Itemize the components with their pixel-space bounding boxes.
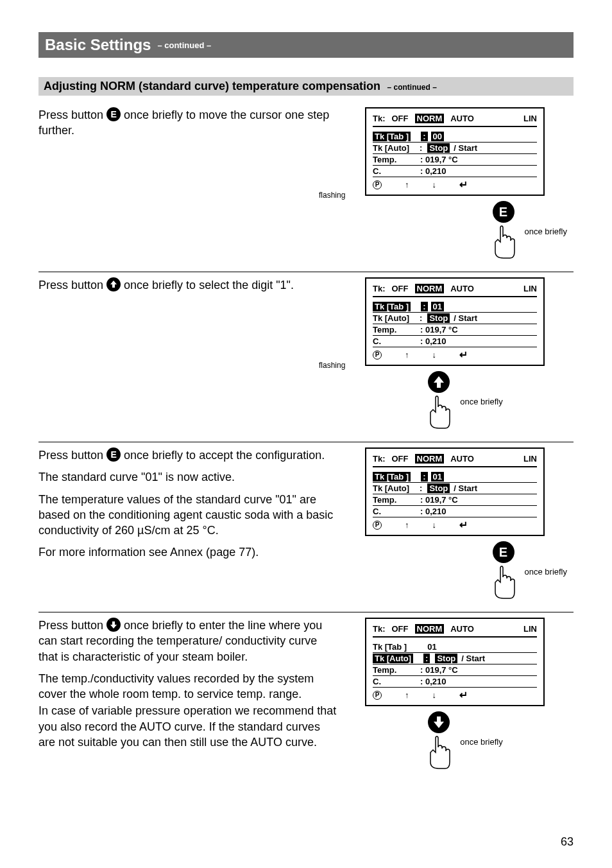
- lcd-tk-tab-row: Tk [Tab ]01: [373, 641, 537, 653]
- arrow-up-icon: [405, 180, 409, 189]
- lcd-tk-auto-row: Tk [Auto]:Stop/ Start: [373, 483, 537, 494]
- e-button-icon: E: [106, 107, 121, 121]
- lcd-display: Tk: OFF NORM AUTO LIN Tk [Tab ]:00 Tk [A…: [365, 107, 545, 196]
- instruction-step: Press button E once briefly to accept th…: [38, 442, 574, 612]
- e-button-icon: E: [106, 447, 121, 462]
- once-briefly-label: once briefly: [525, 567, 567, 577]
- lcd-c-row: C.: 0,210: [373, 336, 537, 347]
- press-gesture: once briefly: [352, 711, 574, 772]
- section-subtitle: Adjusting NORM (standard curve) temperat…: [44, 80, 380, 92]
- step-extra-text: In case of variable pressure operation w…: [38, 703, 339, 750]
- instruction-step: Press button E once briefly to move the …: [38, 102, 574, 272]
- lcd-temp-row: Temp.: 019,7 °C: [373, 154, 537, 166]
- arrow-down-icon: [432, 350, 437, 360]
- lcd-temp-row: Temp.: 019,7 °C: [373, 324, 537, 336]
- step-illustration: flashing Tk: OFF NORM AUTO LIN Tk [Tab ]…: [352, 277, 574, 431]
- p-icon: P: [373, 521, 382, 530]
- section-subtitle-continued: – continued –: [387, 83, 437, 92]
- step-text: Press button E once briefly to accept th…: [38, 447, 339, 567]
- lcd-tk-tab-row: Tk [Tab ]:00: [373, 131, 537, 143]
- step-extra-text: For more information see Annex (page 77)…: [38, 544, 339, 560]
- step-text: Press button once briefly to enter the l…: [38, 618, 339, 751]
- once-briefly-label: once briefly: [460, 737, 502, 747]
- enter-icon: [459, 689, 468, 701]
- arrow-down-icon: [432, 180, 437, 189]
- instruction-step: Press button once briefly to enter the l…: [38, 612, 574, 782]
- hand-icon: [488, 563, 520, 602]
- page-title-continued: – continued –: [157, 40, 211, 50]
- press-gesture: E once briefly: [352, 201, 574, 261]
- e-button: E: [493, 541, 514, 563]
- arrow-down-icon: [432, 690, 437, 700]
- up-button-icon: [106, 277, 121, 291]
- hand-icon: [423, 393, 455, 431]
- press-gesture: once briefly: [352, 371, 574, 431]
- lcd-c-row: C.: 0,210: [373, 166, 537, 177]
- arrow-up-icon: [405, 690, 409, 700]
- up-button: [428, 371, 450, 393]
- hand-icon: [488, 223, 520, 261]
- p-icon: P: [373, 691, 382, 700]
- press-gesture: E once briefly: [352, 541, 574, 602]
- lcd-tk-tab-row: Tk [Tab ]:01: [373, 301, 537, 313]
- arrow-down-icon: [432, 520, 437, 530]
- arrow-up-icon: [405, 520, 409, 530]
- step-text: Press button E once briefly to move the …: [38, 107, 339, 145]
- lcd-mode-row: Tk: OFF NORM AUTO LIN: [373, 454, 537, 464]
- lcd-temp-row: Temp.: 019,7 °C: [373, 494, 537, 506]
- flashing-label: flashing: [319, 191, 345, 200]
- step-illustration: Tk: OFF NORM AUTO LIN Tk [Tab ]01 Tk [Au…: [352, 618, 574, 772]
- once-briefly-label: once briefly: [460, 397, 502, 406]
- page-title-bar: Basic Settings – continued –: [38, 32, 574, 58]
- lcd-c-row: C.: 0,210: [373, 676, 537, 688]
- down-button: [428, 711, 450, 733]
- lcd-c-row: C.: 0,210: [373, 506, 537, 517]
- lcd-softkey-row: P: [373, 688, 537, 701]
- hand-icon: [423, 733, 455, 772]
- lcd-tk-auto-row: Tk [Auto]:Stop/ Start: [373, 143, 537, 154]
- lcd-mode-row: Tk: OFF NORM AUTO LIN: [373, 284, 537, 293]
- step-illustration: Tk: OFF NORM AUTO LIN Tk [Tab ]:01 Tk [A…: [352, 447, 574, 602]
- once-briefly-label: once briefly: [525, 227, 567, 236]
- page-number: 63: [561, 835, 574, 849]
- lcd-softkey-row: P: [373, 347, 537, 361]
- instruction-step: Press button once briefly to select the …: [38, 272, 574, 442]
- enter-icon: [459, 349, 468, 361]
- section-subtitle-bar: Adjusting NORM (standard curve) temperat…: [38, 77, 574, 96]
- step-extra-text: The temperature values of the standard c…: [38, 492, 339, 539]
- p-icon: P: [373, 351, 382, 360]
- lcd-tk-auto-row: Tk [Auto]:Stop/ Start: [373, 653, 537, 664]
- down-button-icon: [106, 618, 121, 632]
- lcd-display: Tk: OFF NORM AUTO LIN Tk [Tab ]:01 Tk [A…: [365, 447, 545, 536]
- lcd-tk-auto-row: Tk [Auto]:Stop/ Start: [373, 313, 537, 324]
- step-text: Press button once briefly to select the …: [38, 277, 339, 299]
- lcd-display: Tk: OFF NORM AUTO LIN Tk [Tab ]01 Tk [Au…: [365, 618, 545, 706]
- lcd-temp-row: Temp.: 019,7 °C: [373, 664, 537, 676]
- enter-icon: [459, 178, 468, 191]
- enter-icon: [459, 519, 468, 531]
- flashing-label: flashing: [319, 361, 345, 370]
- p-icon: P: [373, 180, 382, 189]
- e-button: E: [493, 201, 514, 223]
- lcd-softkey-row: P: [373, 517, 537, 531]
- step-extra-text: The temp./conductivity values recorded b…: [38, 671, 339, 702]
- page-title: Basic Settings: [45, 36, 151, 54]
- step-illustration: flashing Tk: OFF NORM AUTO LIN Tk [Tab ]…: [352, 107, 574, 261]
- lcd-tk-tab-row: Tk [Tab ]:01: [373, 471, 537, 483]
- step-extra-text: The standard curve "01" is now active.: [38, 469, 339, 485]
- lcd-mode-row: Tk: OFF NORM AUTO LIN: [373, 114, 537, 123]
- lcd-mode-row: Tk: OFF NORM AUTO LIN: [373, 624, 537, 634]
- lcd-softkey-row: P: [373, 177, 537, 191]
- arrow-up-icon: [405, 350, 409, 360]
- lcd-display: Tk: OFF NORM AUTO LIN Tk [Tab ]:01 Tk [A…: [365, 277, 545, 366]
